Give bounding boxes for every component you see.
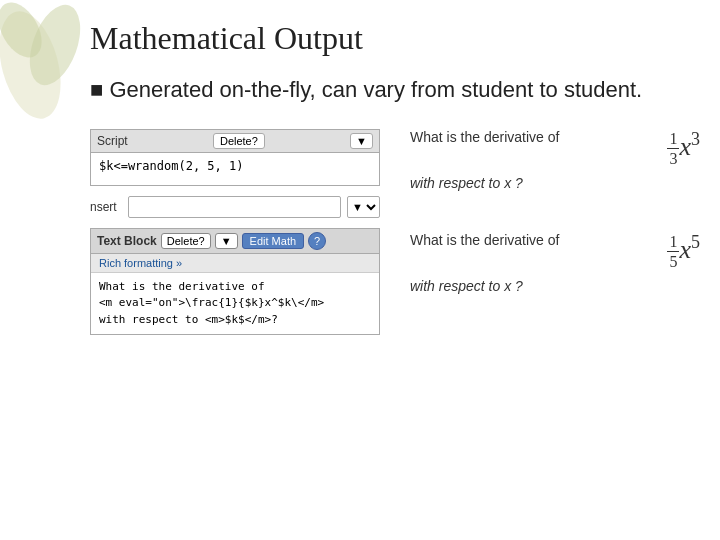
text-block-line2: <m eval="on">\frac{1}{$k}x^$k\</m> — [99, 296, 324, 309]
slide-title: Mathematical Output — [90, 20, 700, 57]
math-question-2: What is the derivative of 1 5 x5 with re… — [410, 232, 700, 295]
delete-text-block-button[interactable]: Delete? — [161, 233, 211, 249]
math-q1-power: 3 — [691, 129, 700, 149]
insert-input[interactable] — [128, 196, 341, 218]
math-q1-text: What is the derivative of — [410, 129, 559, 145]
math-q1-wr-var: x — [504, 175, 511, 191]
content-row: Script Delete? ▼ $k<=wrandom(2, 5, 1) ns… — [90, 129, 700, 336]
math-q1-den: 3 — [667, 149, 679, 168]
math-q1-qmark: ? — [515, 175, 523, 191]
math-q2-qmark: ? — [515, 278, 523, 294]
math-q1-with-respect: with respect to x ? — [410, 174, 700, 192]
delete-script-button[interactable]: Delete? — [213, 133, 265, 149]
text-block-line3: with respect to <m>$k$</m>? — [99, 313, 278, 326]
script-code: $k<=wrandom(2, 5, 1) — [91, 153, 379, 185]
rich-formatting-bar: Rich formatting » — [91, 254, 379, 273]
text-block-box: Text Block Delete? ▼ Edit Math ? Rich fo… — [90, 228, 380, 336]
math-q1-var: x — [679, 131, 691, 160]
math-q1-wr-text: with respect to x ? — [410, 175, 523, 191]
main-content: Mathematical Output ■ Generated on-the-f… — [90, 20, 700, 530]
insert-row: nsert ▼ — [90, 194, 380, 220]
math-q2-var: x — [679, 235, 691, 264]
text-block-header: Text Block Delete? ▼ Edit Math ? — [91, 229, 379, 254]
svg-point-0 — [0, 5, 71, 126]
svg-point-2 — [0, 0, 51, 65]
insert-label: nsert — [90, 200, 122, 214]
math-q2-wr-text: with respect to x ? — [410, 278, 523, 294]
text-block-arrow-button[interactable]: ▼ — [215, 233, 238, 249]
help-button[interactable]: ? — [308, 232, 326, 250]
math-q1-formula: 1 3 x3 — [640, 129, 700, 168]
math-q2-den: 5 — [667, 252, 679, 271]
edit-math-button[interactable]: Edit Math — [242, 233, 304, 249]
rich-formatting-link[interactable]: Rich formatting » — [99, 257, 182, 269]
math-q1-frac: 1 3 — [667, 129, 679, 168]
math-q2-power: 5 — [691, 232, 700, 252]
math-q2-wr-var: x — [504, 278, 511, 294]
script-label: Script — [97, 134, 128, 148]
math-q1-num: 1 — [667, 129, 679, 149]
math-question-1: What is the derivative of 1 3 x3 with re… — [410, 129, 700, 192]
script-box-header: Script Delete? ▼ — [91, 130, 379, 153]
math-q2-frac: 1 5 — [667, 232, 679, 271]
script-arrow-button[interactable]: ▼ — [350, 133, 373, 149]
math-q2-with-respect: with respect to x ? — [410, 277, 700, 295]
math-q2-formula: 1 5 x5 — [640, 232, 700, 271]
bullet-content: Generated on-the-fly, can vary from stud… — [109, 77, 642, 102]
bullet-text: ■ Generated on-the-fly, can vary from st… — [90, 75, 700, 105]
editor-panel: Script Delete? ▼ $k<=wrandom(2, 5, 1) ns… — [90, 129, 380, 336]
script-box: Script Delete? ▼ $k<=wrandom(2, 5, 1) — [90, 129, 380, 186]
decorative-graphic — [0, 0, 90, 130]
math-q2-text: What is the derivative of — [410, 232, 559, 248]
math-q2-row: What is the derivative of 1 5 x5 — [410, 232, 700, 271]
text-block-line1: What is the derivative of — [99, 280, 265, 293]
math-q1-row: What is the derivative of 1 3 x3 — [410, 129, 700, 168]
math-output: What is the derivative of 1 3 x3 with re… — [380, 129, 700, 296]
math-q2-num: 1 — [667, 232, 679, 252]
text-block-content: What is the derivative of <m eval="on">\… — [91, 273, 379, 335]
insert-select[interactable]: ▼ — [347, 196, 380, 218]
bullet-char: ■ — [90, 77, 103, 102]
svg-point-1 — [20, 0, 90, 92]
text-block-label: Text Block — [97, 234, 157, 248]
